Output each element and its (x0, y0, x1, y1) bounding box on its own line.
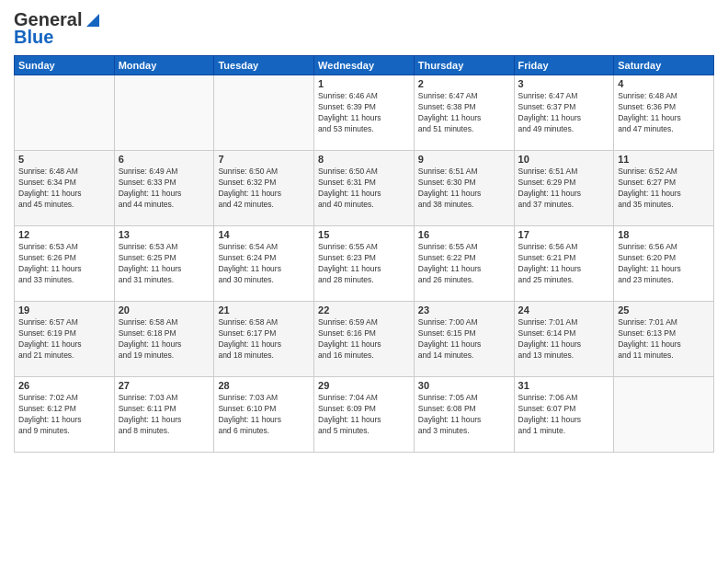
calendar-cell: 19Sunrise: 6:57 AM Sunset: 6:19 PM Dayli… (15, 302, 115, 377)
day-info: Sunrise: 6:48 AM Sunset: 6:36 PM Dayligh… (618, 91, 710, 135)
calendar-cell: 9Sunrise: 6:51 AM Sunset: 6:30 PM Daylig… (414, 151, 514, 226)
day-number: 5 (18, 154, 110, 165)
day-info: Sunrise: 6:56 AM Sunset: 6:21 PM Dayligh… (518, 242, 610, 286)
day-number: 21 (218, 304, 310, 316)
day-info: Sunrise: 7:06 AM Sunset: 6:07 PM Dayligh… (518, 393, 610, 437)
day-number: 16 (418, 229, 510, 240)
calendar-cell: 1Sunrise: 6:46 AM Sunset: 6:39 PM Daylig… (314, 75, 415, 151)
calendar-cell: 23Sunrise: 7:00 AM Sunset: 6:15 PM Dayli… (414, 302, 514, 377)
day-info: Sunrise: 6:54 AM Sunset: 6:24 PM Dayligh… (218, 242, 310, 286)
calendar-table: SundayMondayTuesdayWednesdayThursdayFrid… (14, 55, 714, 453)
logo-triangle-icon (83, 12, 99, 29)
calendar-header-thursday: Thursday (414, 56, 514, 75)
day-info: Sunrise: 6:53 AM Sunset: 6:26 PM Dayligh… (18, 242, 110, 286)
day-info: Sunrise: 6:50 AM Sunset: 6:32 PM Dayligh… (218, 167, 310, 211)
day-number: 20 (119, 304, 210, 316)
day-info: Sunrise: 6:51 AM Sunset: 6:30 PM Dayligh… (418, 167, 510, 211)
calendar-cell: 22Sunrise: 6:59 AM Sunset: 6:16 PM Dayli… (314, 302, 415, 377)
day-number: 10 (518, 154, 610, 165)
day-info: Sunrise: 6:50 AM Sunset: 6:31 PM Dayligh… (318, 167, 410, 211)
day-info: Sunrise: 7:02 AM Sunset: 6:12 PM Dayligh… (18, 393, 110, 437)
calendar-cell: 11Sunrise: 6:52 AM Sunset: 6:27 PM Dayli… (614, 151, 714, 226)
day-number: 19 (18, 304, 110, 316)
calendar-cell: 27Sunrise: 7:03 AM Sunset: 6:11 PM Dayli… (114, 377, 214, 453)
day-number: 22 (318, 304, 410, 316)
day-number: 13 (119, 229, 210, 240)
calendar-cell: 30Sunrise: 7:05 AM Sunset: 6:08 PM Dayli… (414, 377, 514, 453)
day-info: Sunrise: 6:51 AM Sunset: 6:29 PM Dayligh… (518, 167, 610, 211)
day-number: 31 (518, 380, 610, 391)
calendar-cell: 28Sunrise: 7:03 AM Sunset: 6:10 PM Dayli… (214, 377, 314, 453)
day-info: Sunrise: 7:05 AM Sunset: 6:08 PM Dayligh… (418, 393, 510, 437)
day-info: Sunrise: 6:49 AM Sunset: 6:33 PM Dayligh… (119, 167, 210, 211)
day-info: Sunrise: 6:56 AM Sunset: 6:20 PM Dayligh… (618, 242, 710, 286)
calendar-header-wednesday: Wednesday (314, 56, 415, 75)
calendar-week-3: 12Sunrise: 6:53 AM Sunset: 6:26 PM Dayli… (15, 226, 714, 302)
calendar-cell: 3Sunrise: 6:47 AM Sunset: 6:37 PM Daylig… (514, 75, 614, 151)
day-info: Sunrise: 7:04 AM Sunset: 6:09 PM Dayligh… (318, 393, 410, 437)
day-number: 8 (318, 154, 410, 165)
day-number: 6 (119, 154, 210, 165)
day-info: Sunrise: 7:03 AM Sunset: 6:11 PM Dayligh… (119, 393, 210, 437)
day-number: 11 (618, 154, 710, 165)
calendar-cell: 12Sunrise: 6:53 AM Sunset: 6:26 PM Dayli… (15, 226, 115, 302)
day-number: 26 (18, 380, 110, 391)
calendar-cell: 8Sunrise: 6:50 AM Sunset: 6:31 PM Daylig… (314, 151, 415, 226)
calendar-cell: 20Sunrise: 6:58 AM Sunset: 6:18 PM Dayli… (114, 302, 214, 377)
day-info: Sunrise: 6:58 AM Sunset: 6:17 PM Dayligh… (218, 317, 310, 362)
calendar-cell (114, 75, 214, 151)
day-number: 18 (618, 229, 710, 240)
day-number: 1 (318, 78, 410, 89)
day-info: Sunrise: 7:03 AM Sunset: 6:10 PM Dayligh… (218, 393, 310, 437)
day-number: 29 (318, 380, 410, 391)
calendar-cell: 29Sunrise: 7:04 AM Sunset: 6:09 PM Dayli… (314, 377, 415, 453)
logo: General Blue (14, 9, 99, 48)
day-number: 30 (418, 380, 510, 391)
day-number: 12 (18, 229, 110, 240)
day-number: 23 (418, 304, 510, 316)
day-number: 25 (618, 304, 710, 316)
day-number: 28 (218, 380, 310, 391)
calendar-cell: 10Sunrise: 6:51 AM Sunset: 6:29 PM Dayli… (514, 151, 614, 226)
calendar-header-friday: Friday (514, 56, 614, 75)
day-number: 7 (218, 154, 310, 165)
calendar-week-1: 1Sunrise: 6:46 AM Sunset: 6:39 PM Daylig… (15, 75, 714, 151)
calendar-cell: 14Sunrise: 6:54 AM Sunset: 6:24 PM Dayli… (214, 226, 314, 302)
day-info: Sunrise: 6:53 AM Sunset: 6:25 PM Dayligh… (119, 242, 210, 286)
calendar-cell: 7Sunrise: 6:50 AM Sunset: 6:32 PM Daylig… (214, 151, 314, 226)
calendar-cell: 17Sunrise: 6:56 AM Sunset: 6:21 PM Dayli… (514, 226, 614, 302)
calendar-header-saturday: Saturday (614, 56, 714, 75)
day-number: 14 (218, 229, 310, 240)
day-info: Sunrise: 6:55 AM Sunset: 6:23 PM Dayligh… (318, 242, 410, 286)
day-info: Sunrise: 7:01 AM Sunset: 6:13 PM Dayligh… (618, 317, 710, 362)
day-number: 4 (618, 78, 710, 89)
day-number: 15 (318, 229, 410, 240)
calendar-header-sunday: Sunday (15, 56, 115, 75)
calendar-week-5: 26Sunrise: 7:02 AM Sunset: 6:12 PM Dayli… (15, 377, 714, 453)
calendar-cell (214, 75, 314, 151)
calendar-header-tuesday: Tuesday (214, 56, 314, 75)
header: General Blue (14, 9, 714, 48)
day-info: Sunrise: 6:47 AM Sunset: 6:37 PM Dayligh… (518, 91, 610, 135)
calendar-cell: 5Sunrise: 6:48 AM Sunset: 6:34 PM Daylig… (15, 151, 115, 226)
calendar-cell: 13Sunrise: 6:53 AM Sunset: 6:25 PM Dayli… (114, 226, 214, 302)
calendar-cell: 24Sunrise: 7:01 AM Sunset: 6:14 PM Dayli… (514, 302, 614, 377)
logo-blue: Blue (14, 27, 53, 48)
calendar-header-row: SundayMondayTuesdayWednesdayThursdayFrid… (15, 56, 714, 75)
day-number: 27 (119, 380, 210, 391)
day-info: Sunrise: 6:59 AM Sunset: 6:16 PM Dayligh… (318, 317, 410, 362)
day-number: 17 (518, 229, 610, 240)
day-info: Sunrise: 6:55 AM Sunset: 6:22 PM Dayligh… (418, 242, 510, 286)
day-number: 9 (418, 154, 510, 165)
calendar-cell: 18Sunrise: 6:56 AM Sunset: 6:20 PM Dayli… (614, 226, 714, 302)
calendar-cell: 21Sunrise: 6:58 AM Sunset: 6:17 PM Dayli… (214, 302, 314, 377)
calendar-cell (614, 377, 714, 453)
day-info: Sunrise: 7:01 AM Sunset: 6:14 PM Dayligh… (518, 317, 610, 362)
calendar-week-2: 5Sunrise: 6:48 AM Sunset: 6:34 PM Daylig… (15, 151, 714, 226)
calendar-page: General Blue SundayMondayTuesdayWednesda… (0, 0, 728, 563)
day-number: 2 (418, 78, 510, 89)
calendar-cell (15, 75, 115, 151)
day-number: 24 (518, 304, 610, 316)
day-info: Sunrise: 6:46 AM Sunset: 6:39 PM Dayligh… (318, 91, 410, 135)
calendar-cell: 6Sunrise: 6:49 AM Sunset: 6:33 PM Daylig… (114, 151, 214, 226)
